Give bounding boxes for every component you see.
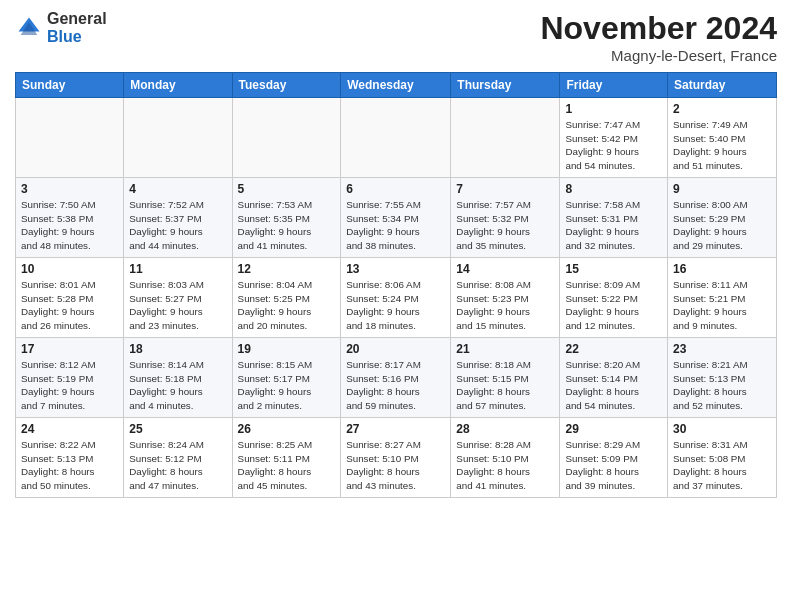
calendar-cell: 12Sunrise: 8:04 AM Sunset: 5:25 PM Dayli… (232, 258, 341, 338)
logo-general: General (47, 10, 107, 27)
day-number: 11 (129, 262, 226, 276)
day-info: Sunrise: 8:03 AM Sunset: 5:27 PM Dayligh… (129, 278, 226, 333)
calendar-cell: 24Sunrise: 8:22 AM Sunset: 5:13 PM Dayli… (16, 418, 124, 498)
day-number: 25 (129, 422, 226, 436)
day-info: Sunrise: 8:11 AM Sunset: 5:21 PM Dayligh… (673, 278, 771, 333)
calendar-cell: 11Sunrise: 8:03 AM Sunset: 5:27 PM Dayli… (124, 258, 232, 338)
calendar-header-row: SundayMondayTuesdayWednesdayThursdayFrid… (16, 73, 777, 98)
day-info: Sunrise: 8:00 AM Sunset: 5:29 PM Dayligh… (673, 198, 771, 253)
day-info: Sunrise: 8:21 AM Sunset: 5:13 PM Dayligh… (673, 358, 771, 413)
calendar-cell: 25Sunrise: 8:24 AM Sunset: 5:12 PM Dayli… (124, 418, 232, 498)
day-info: Sunrise: 7:50 AM Sunset: 5:38 PM Dayligh… (21, 198, 118, 253)
day-number: 2 (673, 102, 771, 116)
day-info: Sunrise: 8:25 AM Sunset: 5:11 PM Dayligh… (238, 438, 336, 493)
location: Magny-le-Desert, France (540, 47, 777, 64)
weekday-header: Tuesday (232, 73, 341, 98)
day-number: 24 (21, 422, 118, 436)
day-number: 28 (456, 422, 554, 436)
calendar-cell: 2Sunrise: 7:49 AM Sunset: 5:40 PM Daylig… (668, 98, 777, 178)
calendar-cell (16, 98, 124, 178)
day-number: 17 (21, 342, 118, 356)
day-info: Sunrise: 7:49 AM Sunset: 5:40 PM Dayligh… (673, 118, 771, 173)
day-info: Sunrise: 7:47 AM Sunset: 5:42 PM Dayligh… (565, 118, 662, 173)
day-info: Sunrise: 8:15 AM Sunset: 5:17 PM Dayligh… (238, 358, 336, 413)
day-info: Sunrise: 8:29 AM Sunset: 5:09 PM Dayligh… (565, 438, 662, 493)
calendar-week-row: 3Sunrise: 7:50 AM Sunset: 5:38 PM Daylig… (16, 178, 777, 258)
day-number: 30 (673, 422, 771, 436)
calendar-cell: 29Sunrise: 8:29 AM Sunset: 5:09 PM Dayli… (560, 418, 668, 498)
calendar-cell: 1Sunrise: 7:47 AM Sunset: 5:42 PM Daylig… (560, 98, 668, 178)
day-info: Sunrise: 7:55 AM Sunset: 5:34 PM Dayligh… (346, 198, 445, 253)
calendar-cell (232, 98, 341, 178)
day-number: 5 (238, 182, 336, 196)
day-number: 14 (456, 262, 554, 276)
calendar-table: SundayMondayTuesdayWednesdayThursdayFrid… (15, 72, 777, 498)
day-number: 7 (456, 182, 554, 196)
day-info: Sunrise: 8:31 AM Sunset: 5:08 PM Dayligh… (673, 438, 771, 493)
calendar-cell: 30Sunrise: 8:31 AM Sunset: 5:08 PM Dayli… (668, 418, 777, 498)
day-number: 12 (238, 262, 336, 276)
day-number: 13 (346, 262, 445, 276)
day-info: Sunrise: 7:52 AM Sunset: 5:37 PM Dayligh… (129, 198, 226, 253)
day-info: Sunrise: 8:22 AM Sunset: 5:13 PM Dayligh… (21, 438, 118, 493)
day-number: 16 (673, 262, 771, 276)
day-number: 1 (565, 102, 662, 116)
day-number: 21 (456, 342, 554, 356)
weekday-header: Monday (124, 73, 232, 98)
calendar-cell: 5Sunrise: 7:53 AM Sunset: 5:35 PM Daylig… (232, 178, 341, 258)
weekday-header: Wednesday (341, 73, 451, 98)
calendar-cell: 14Sunrise: 8:08 AM Sunset: 5:23 PM Dayli… (451, 258, 560, 338)
day-number: 27 (346, 422, 445, 436)
day-info: Sunrise: 8:27 AM Sunset: 5:10 PM Dayligh… (346, 438, 445, 493)
day-number: 22 (565, 342, 662, 356)
calendar-cell: 8Sunrise: 7:58 AM Sunset: 5:31 PM Daylig… (560, 178, 668, 258)
day-number: 18 (129, 342, 226, 356)
calendar-cell: 3Sunrise: 7:50 AM Sunset: 5:38 PM Daylig… (16, 178, 124, 258)
day-info: Sunrise: 8:12 AM Sunset: 5:19 PM Dayligh… (21, 358, 118, 413)
calendar-page: General Blue November 2024 Magny-le-Dese… (0, 0, 792, 612)
calendar-cell: 19Sunrise: 8:15 AM Sunset: 5:17 PM Dayli… (232, 338, 341, 418)
header: General Blue November 2024 Magny-le-Dese… (15, 10, 777, 64)
calendar-cell (124, 98, 232, 178)
day-number: 6 (346, 182, 445, 196)
day-info: Sunrise: 8:06 AM Sunset: 5:24 PM Dayligh… (346, 278, 445, 333)
day-number: 15 (565, 262, 662, 276)
day-info: Sunrise: 8:01 AM Sunset: 5:28 PM Dayligh… (21, 278, 118, 333)
day-info: Sunrise: 8:28 AM Sunset: 5:10 PM Dayligh… (456, 438, 554, 493)
calendar-cell: 6Sunrise: 7:55 AM Sunset: 5:34 PM Daylig… (341, 178, 451, 258)
day-number: 26 (238, 422, 336, 436)
calendar-cell (341, 98, 451, 178)
weekday-header: Friday (560, 73, 668, 98)
day-info: Sunrise: 8:24 AM Sunset: 5:12 PM Dayligh… (129, 438, 226, 493)
calendar-cell: 13Sunrise: 8:06 AM Sunset: 5:24 PM Dayli… (341, 258, 451, 338)
calendar-cell (451, 98, 560, 178)
day-info: Sunrise: 8:18 AM Sunset: 5:15 PM Dayligh… (456, 358, 554, 413)
calendar-week-row: 17Sunrise: 8:12 AM Sunset: 5:19 PM Dayli… (16, 338, 777, 418)
calendar-cell: 20Sunrise: 8:17 AM Sunset: 5:16 PM Dayli… (341, 338, 451, 418)
day-info: Sunrise: 8:20 AM Sunset: 5:14 PM Dayligh… (565, 358, 662, 413)
calendar-cell: 18Sunrise: 8:14 AM Sunset: 5:18 PM Dayli… (124, 338, 232, 418)
day-number: 4 (129, 182, 226, 196)
day-info: Sunrise: 8:14 AM Sunset: 5:18 PM Dayligh… (129, 358, 226, 413)
calendar-week-row: 10Sunrise: 8:01 AM Sunset: 5:28 PM Dayli… (16, 258, 777, 338)
calendar-cell: 21Sunrise: 8:18 AM Sunset: 5:15 PM Dayli… (451, 338, 560, 418)
logo-icon (15, 14, 43, 42)
calendar-cell: 26Sunrise: 8:25 AM Sunset: 5:11 PM Dayli… (232, 418, 341, 498)
calendar-cell: 15Sunrise: 8:09 AM Sunset: 5:22 PM Dayli… (560, 258, 668, 338)
day-info: Sunrise: 7:58 AM Sunset: 5:31 PM Dayligh… (565, 198, 662, 253)
day-info: Sunrise: 8:09 AM Sunset: 5:22 PM Dayligh… (565, 278, 662, 333)
day-info: Sunrise: 7:53 AM Sunset: 5:35 PM Dayligh… (238, 198, 336, 253)
calendar-cell: 7Sunrise: 7:57 AM Sunset: 5:32 PM Daylig… (451, 178, 560, 258)
day-number: 23 (673, 342, 771, 356)
calendar-cell: 22Sunrise: 8:20 AM Sunset: 5:14 PM Dayli… (560, 338, 668, 418)
day-number: 9 (673, 182, 771, 196)
day-number: 10 (21, 262, 118, 276)
weekday-header: Saturday (668, 73, 777, 98)
month-title: November 2024 (540, 10, 777, 47)
calendar-cell: 28Sunrise: 8:28 AM Sunset: 5:10 PM Dayli… (451, 418, 560, 498)
day-number: 3 (21, 182, 118, 196)
weekday-header: Sunday (16, 73, 124, 98)
logo-text: General Blue (47, 10, 107, 45)
calendar-week-row: 24Sunrise: 8:22 AM Sunset: 5:13 PM Dayli… (16, 418, 777, 498)
calendar-week-row: 1Sunrise: 7:47 AM Sunset: 5:42 PM Daylig… (16, 98, 777, 178)
